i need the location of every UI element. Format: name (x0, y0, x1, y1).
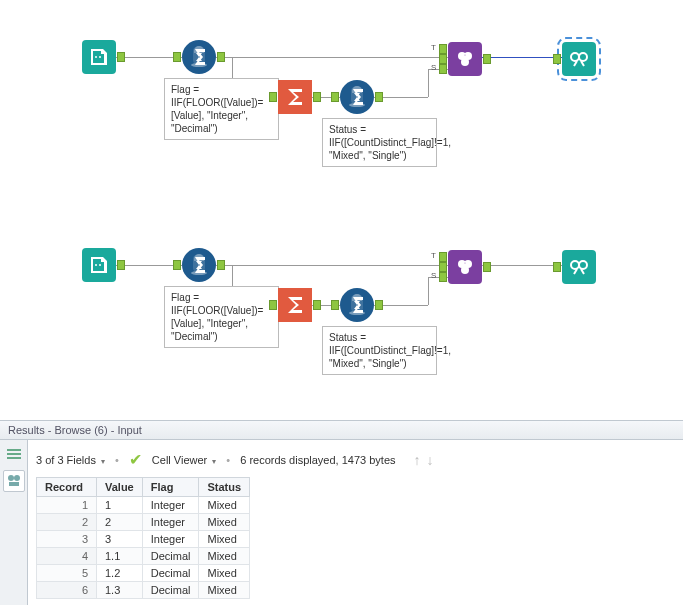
anchor[interactable] (117, 260, 125, 270)
svg-rect-20 (7, 457, 21, 459)
prev-record-button[interactable]: ↑ (414, 452, 421, 468)
formula-tool-2[interactable] (340, 80, 374, 114)
formula-tool-1[interactable] (182, 248, 216, 282)
anchor[interactable] (439, 64, 447, 74)
anchor[interactable] (331, 92, 339, 102)
anchor[interactable] (375, 300, 383, 310)
anchor[interactable] (439, 272, 447, 282)
table-cell[interactable]: Mixed (199, 565, 250, 582)
svg-point-8 (579, 53, 587, 61)
table-row[interactable]: 22IntegerMixed (37, 514, 250, 531)
table-cell[interactable]: Mixed (199, 548, 250, 565)
join-tool[interactable] (448, 250, 482, 284)
table-cell[interactable]: Decimal (142, 548, 199, 565)
input-tool[interactable] (82, 40, 116, 74)
cell-viewer-dropdown[interactable]: Cell Viewer ▾ (152, 454, 217, 466)
anchor[interactable] (217, 52, 225, 62)
anchor[interactable] (439, 252, 447, 262)
column-header[interactable]: Value (97, 478, 143, 497)
column-header[interactable]: Status (199, 478, 250, 497)
formula-tool-1-annotation: Flag = IIF(FLOOR([Value])=[Value], "Inte… (164, 286, 279, 348)
anchor[interactable] (313, 300, 321, 310)
table-cell[interactable]: Integer (142, 514, 199, 531)
table-row[interactable]: 11IntegerMixed (37, 497, 250, 514)
table-row[interactable]: 33IntegerMixed (37, 531, 250, 548)
svg-point-1 (99, 56, 101, 58)
table-cell[interactable]: Mixed (199, 531, 250, 548)
anchor[interactable] (375, 92, 383, 102)
svg-point-0 (95, 56, 97, 58)
anchor[interactable] (483, 54, 491, 64)
table-cell[interactable]: 1 (97, 497, 143, 514)
next-record-button[interactable]: ↓ (427, 452, 434, 468)
anchor[interactable] (331, 300, 339, 310)
anchor[interactable] (439, 44, 447, 54)
svg-point-9 (95, 264, 97, 266)
check-icon: ✔ (129, 450, 142, 469)
anchor[interactable] (173, 52, 181, 62)
table-row[interactable]: 61.3DecimalMixed (37, 582, 250, 599)
table-row[interactable]: 41.1DecimalMixed (37, 548, 250, 565)
table-cell[interactable]: 5 (37, 565, 97, 582)
table-cell[interactable]: 2 (37, 514, 97, 531)
svg-point-21 (8, 475, 14, 481)
table-cell[interactable]: Decimal (142, 565, 199, 582)
connection-wire (216, 265, 448, 266)
table-cell[interactable]: 3 (37, 531, 97, 548)
anchor[interactable] (173, 260, 181, 270)
browse-tool[interactable] (562, 250, 596, 284)
table-row[interactable]: 51.2DecimalMixed (37, 565, 250, 582)
anchor[interactable] (553, 54, 561, 64)
formula-tool-2[interactable] (340, 288, 374, 322)
results-sidebar (0, 440, 28, 605)
results-title: Results - Browse (6) - Input (0, 421, 683, 440)
connection-wire (482, 265, 562, 266)
table-cell[interactable]: Mixed (199, 582, 250, 599)
results-panel: Results - Browse (6) - Input 3 of 3 Fiel… (0, 420, 683, 605)
table-cell[interactable]: Integer (142, 497, 199, 514)
join-tool[interactable] (448, 42, 482, 76)
column-header[interactable]: Flag (142, 478, 199, 497)
table-cell[interactable]: 1.3 (97, 582, 143, 599)
table-cell[interactable]: Mixed (199, 497, 250, 514)
formula-tool-2-annotation: Status = IIF([CountDistinct_Flag]!=1, "M… (322, 326, 437, 375)
connection-wire (428, 69, 429, 97)
svg-point-7 (571, 53, 579, 61)
table-cell[interactable]: 3 (97, 531, 143, 548)
summarize-tool[interactable] (278, 288, 312, 322)
anchor[interactable] (553, 262, 561, 272)
metadata-view-button[interactable] (3, 470, 25, 492)
anchor[interactable] (439, 262, 447, 272)
records-view-button[interactable] (3, 444, 25, 466)
table-cell[interactable]: 6 (37, 582, 97, 599)
workflow-canvas[interactable]: Flag = IIF(FLOOR([Value])=[Value], "Inte… (0, 0, 683, 420)
table-cell[interactable]: 1.1 (97, 548, 143, 565)
anchor[interactable] (217, 260, 225, 270)
table-cell[interactable]: 4 (37, 548, 97, 565)
summarize-tool[interactable] (278, 80, 312, 114)
table-cell[interactable]: 1 (37, 497, 97, 514)
input-tool[interactable] (82, 248, 116, 282)
formula-tool-1[interactable] (182, 40, 216, 74)
table-cell[interactable]: Decimal (142, 582, 199, 599)
fields-dropdown[interactable]: 3 of 3 Fields ▾ (36, 454, 105, 466)
table-cell[interactable]: Integer (142, 531, 199, 548)
table-cell[interactable]: 2 (97, 514, 143, 531)
formula-tool-1-annotation: Flag = IIF(FLOOR([Value])=[Value], "Inte… (164, 78, 279, 140)
browse-tool[interactable] (562, 42, 596, 76)
svg-point-16 (571, 261, 579, 269)
anchor[interactable] (117, 52, 125, 62)
anchor[interactable] (269, 92, 277, 102)
connection-wire (482, 57, 562, 58)
svg-rect-23 (9, 482, 19, 486)
svg-point-6 (461, 58, 469, 66)
svg-point-22 (14, 475, 20, 481)
column-header[interactable]: Record (37, 478, 97, 497)
anchor[interactable] (313, 92, 321, 102)
table-cell[interactable]: Mixed (199, 514, 250, 531)
results-table[interactable]: RecordValueFlagStatus 11IntegerMixed22In… (36, 477, 250, 599)
table-cell[interactable]: 1.2 (97, 565, 143, 582)
anchor[interactable] (269, 300, 277, 310)
anchor[interactable] (483, 262, 491, 272)
anchor[interactable] (439, 54, 447, 64)
